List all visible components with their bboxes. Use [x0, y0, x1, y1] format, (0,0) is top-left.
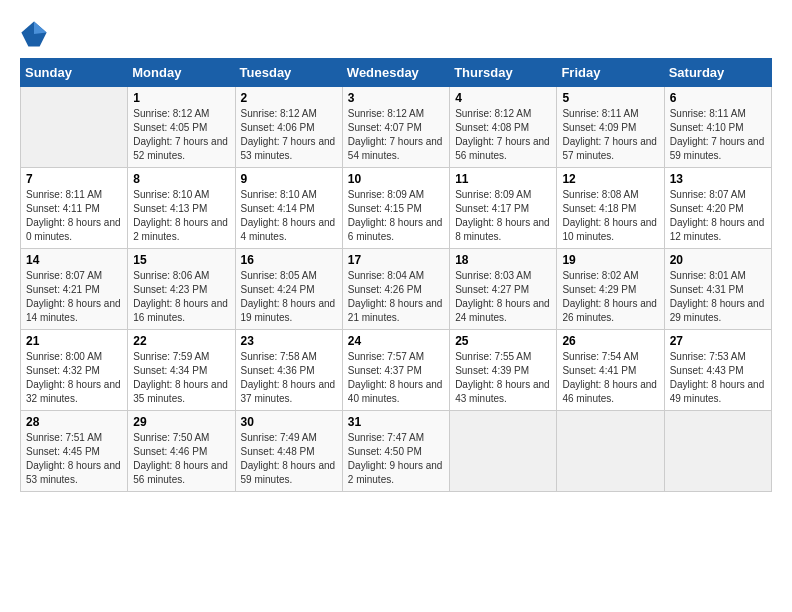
calendar-cell: 15Sunrise: 8:06 AMSunset: 4:23 PMDayligh… — [128, 249, 235, 330]
calendar-cell: 19Sunrise: 8:02 AMSunset: 4:29 PMDayligh… — [557, 249, 664, 330]
day-info: Sunrise: 7:53 AMSunset: 4:43 PMDaylight:… — [670, 350, 766, 406]
calendar-header-row: SundayMondayTuesdayWednesdayThursdayFrid… — [21, 59, 772, 87]
day-number: 12 — [562, 172, 658, 186]
day-number: 4 — [455, 91, 551, 105]
header-thursday: Thursday — [450, 59, 557, 87]
day-info: Sunrise: 8:08 AMSunset: 4:18 PMDaylight:… — [562, 188, 658, 244]
calendar-week-2: 7Sunrise: 8:11 AMSunset: 4:11 PMDaylight… — [21, 168, 772, 249]
day-number: 16 — [241, 253, 337, 267]
calendar-cell: 23Sunrise: 7:58 AMSunset: 4:36 PMDayligh… — [235, 330, 342, 411]
calendar-week-5: 28Sunrise: 7:51 AMSunset: 4:45 PMDayligh… — [21, 411, 772, 492]
header-friday: Friday — [557, 59, 664, 87]
calendar-cell: 1Sunrise: 8:12 AMSunset: 4:05 PMDaylight… — [128, 87, 235, 168]
day-number: 29 — [133, 415, 229, 429]
day-info: Sunrise: 8:12 AMSunset: 4:07 PMDaylight:… — [348, 107, 444, 163]
calendar-cell: 17Sunrise: 8:04 AMSunset: 4:26 PMDayligh… — [342, 249, 449, 330]
day-number: 19 — [562, 253, 658, 267]
day-number: 23 — [241, 334, 337, 348]
day-info: Sunrise: 7:59 AMSunset: 4:34 PMDaylight:… — [133, 350, 229, 406]
day-info: Sunrise: 8:01 AMSunset: 4:31 PMDaylight:… — [670, 269, 766, 325]
day-number: 21 — [26, 334, 122, 348]
day-number: 11 — [455, 172, 551, 186]
day-number: 27 — [670, 334, 766, 348]
calendar-cell — [557, 411, 664, 492]
calendar-cell: 14Sunrise: 8:07 AMSunset: 4:21 PMDayligh… — [21, 249, 128, 330]
day-info: Sunrise: 8:12 AMSunset: 4:08 PMDaylight:… — [455, 107, 551, 163]
day-info: Sunrise: 7:54 AMSunset: 4:41 PMDaylight:… — [562, 350, 658, 406]
day-info: Sunrise: 8:09 AMSunset: 4:15 PMDaylight:… — [348, 188, 444, 244]
calendar-cell: 10Sunrise: 8:09 AMSunset: 4:15 PMDayligh… — [342, 168, 449, 249]
calendar-cell: 2Sunrise: 8:12 AMSunset: 4:06 PMDaylight… — [235, 87, 342, 168]
calendar-cell: 4Sunrise: 8:12 AMSunset: 4:08 PMDaylight… — [450, 87, 557, 168]
day-info: Sunrise: 7:58 AMSunset: 4:36 PMDaylight:… — [241, 350, 337, 406]
day-number: 18 — [455, 253, 551, 267]
calendar-cell: 29Sunrise: 7:50 AMSunset: 4:46 PMDayligh… — [128, 411, 235, 492]
calendar-cell: 24Sunrise: 7:57 AMSunset: 4:37 PMDayligh… — [342, 330, 449, 411]
day-info: Sunrise: 8:10 AMSunset: 4:14 PMDaylight:… — [241, 188, 337, 244]
day-info: Sunrise: 8:07 AMSunset: 4:20 PMDaylight:… — [670, 188, 766, 244]
header-sunday: Sunday — [21, 59, 128, 87]
day-info: Sunrise: 7:57 AMSunset: 4:37 PMDaylight:… — [348, 350, 444, 406]
calendar-cell: 3Sunrise: 8:12 AMSunset: 4:07 PMDaylight… — [342, 87, 449, 168]
calendar-cell — [450, 411, 557, 492]
day-info: Sunrise: 7:47 AMSunset: 4:50 PMDaylight:… — [348, 431, 444, 487]
calendar-cell — [21, 87, 128, 168]
header-wednesday: Wednesday — [342, 59, 449, 87]
calendar-cell: 25Sunrise: 7:55 AMSunset: 4:39 PMDayligh… — [450, 330, 557, 411]
day-info: Sunrise: 8:03 AMSunset: 4:27 PMDaylight:… — [455, 269, 551, 325]
day-number: 30 — [241, 415, 337, 429]
day-number: 15 — [133, 253, 229, 267]
calendar-cell: 11Sunrise: 8:09 AMSunset: 4:17 PMDayligh… — [450, 168, 557, 249]
day-number: 20 — [670, 253, 766, 267]
calendar-week-1: 1Sunrise: 8:12 AMSunset: 4:05 PMDaylight… — [21, 87, 772, 168]
day-number: 10 — [348, 172, 444, 186]
calendar-table: SundayMondayTuesdayWednesdayThursdayFrid… — [20, 58, 772, 492]
day-info: Sunrise: 7:50 AMSunset: 4:46 PMDaylight:… — [133, 431, 229, 487]
header-saturday: Saturday — [664, 59, 771, 87]
day-number: 3 — [348, 91, 444, 105]
calendar-cell: 13Sunrise: 8:07 AMSunset: 4:20 PMDayligh… — [664, 168, 771, 249]
calendar-cell: 9Sunrise: 8:10 AMSunset: 4:14 PMDaylight… — [235, 168, 342, 249]
day-info: Sunrise: 8:09 AMSunset: 4:17 PMDaylight:… — [455, 188, 551, 244]
day-info: Sunrise: 8:02 AMSunset: 4:29 PMDaylight:… — [562, 269, 658, 325]
day-number: 28 — [26, 415, 122, 429]
day-number: 13 — [670, 172, 766, 186]
calendar-cell: 6Sunrise: 8:11 AMSunset: 4:10 PMDaylight… — [664, 87, 771, 168]
header-tuesday: Tuesday — [235, 59, 342, 87]
calendar-cell: 28Sunrise: 7:51 AMSunset: 4:45 PMDayligh… — [21, 411, 128, 492]
day-number: 25 — [455, 334, 551, 348]
svg-marker-1 — [34, 21, 47, 34]
logo-icon — [20, 20, 48, 48]
day-number: 31 — [348, 415, 444, 429]
day-info: Sunrise: 8:12 AMSunset: 4:05 PMDaylight:… — [133, 107, 229, 163]
day-number: 5 — [562, 91, 658, 105]
calendar-cell: 18Sunrise: 8:03 AMSunset: 4:27 PMDayligh… — [450, 249, 557, 330]
day-number: 2 — [241, 91, 337, 105]
calendar-cell: 20Sunrise: 8:01 AMSunset: 4:31 PMDayligh… — [664, 249, 771, 330]
header-monday: Monday — [128, 59, 235, 87]
day-info: Sunrise: 7:51 AMSunset: 4:45 PMDaylight:… — [26, 431, 122, 487]
calendar-cell: 12Sunrise: 8:08 AMSunset: 4:18 PMDayligh… — [557, 168, 664, 249]
calendar-cell: 31Sunrise: 7:47 AMSunset: 4:50 PMDayligh… — [342, 411, 449, 492]
day-number: 8 — [133, 172, 229, 186]
day-info: Sunrise: 8:05 AMSunset: 4:24 PMDaylight:… — [241, 269, 337, 325]
day-info: Sunrise: 8:11 AMSunset: 4:09 PMDaylight:… — [562, 107, 658, 163]
day-info: Sunrise: 8:06 AMSunset: 4:23 PMDaylight:… — [133, 269, 229, 325]
logo — [20, 20, 52, 48]
calendar-cell — [664, 411, 771, 492]
calendar-cell: 7Sunrise: 8:11 AMSunset: 4:11 PMDaylight… — [21, 168, 128, 249]
day-info: Sunrise: 7:55 AMSunset: 4:39 PMDaylight:… — [455, 350, 551, 406]
day-number: 6 — [670, 91, 766, 105]
calendar-week-3: 14Sunrise: 8:07 AMSunset: 4:21 PMDayligh… — [21, 249, 772, 330]
day-info: Sunrise: 8:11 AMSunset: 4:10 PMDaylight:… — [670, 107, 766, 163]
day-info: Sunrise: 8:07 AMSunset: 4:21 PMDaylight:… — [26, 269, 122, 325]
calendar-week-4: 21Sunrise: 8:00 AMSunset: 4:32 PMDayligh… — [21, 330, 772, 411]
calendar-cell: 30Sunrise: 7:49 AMSunset: 4:48 PMDayligh… — [235, 411, 342, 492]
calendar-cell: 26Sunrise: 7:54 AMSunset: 4:41 PMDayligh… — [557, 330, 664, 411]
day-info: Sunrise: 8:10 AMSunset: 4:13 PMDaylight:… — [133, 188, 229, 244]
calendar-cell: 21Sunrise: 8:00 AMSunset: 4:32 PMDayligh… — [21, 330, 128, 411]
calendar-cell: 22Sunrise: 7:59 AMSunset: 4:34 PMDayligh… — [128, 330, 235, 411]
calendar-cell: 27Sunrise: 7:53 AMSunset: 4:43 PMDayligh… — [664, 330, 771, 411]
page-header — [20, 20, 772, 48]
day-number: 1 — [133, 91, 229, 105]
